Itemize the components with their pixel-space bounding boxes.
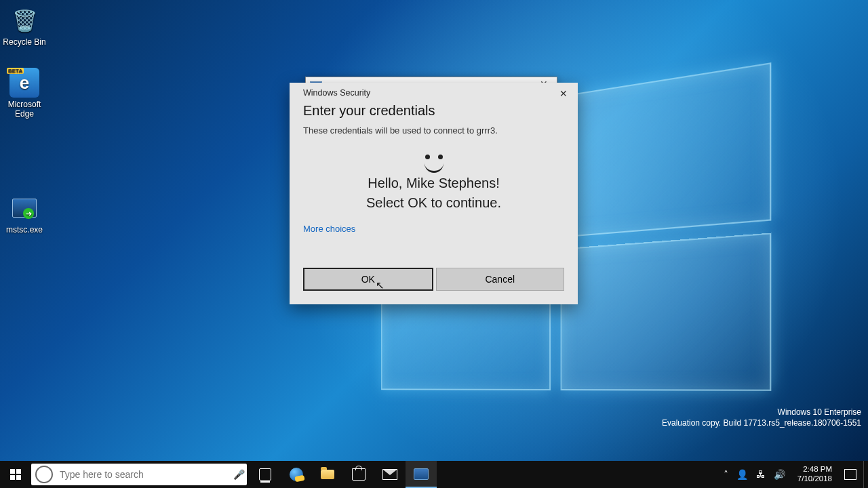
windows-security-dialog: Windows Security ✕ Enter your credential… [290, 83, 578, 304]
mail-icon [382, 469, 397, 480]
show-desktop-button[interactable] [863, 461, 868, 488]
rdp-icon [414, 468, 429, 480]
volume-icon[interactable]: 🔊 [774, 469, 785, 480]
microphone-icon[interactable]: 🎤 [231, 469, 247, 480]
evaluation-watermark: Windows 10 Enterprise Evaluation copy. B… [662, 407, 861, 428]
dialog-title: Windows Security [290, 83, 578, 103]
search-input[interactable] [58, 468, 231, 481]
tray-overflow-button[interactable]: ˄ [724, 469, 728, 480]
taskbar: 🎤 ˄ 👤 🖧 🔊 2:48 PM 7/10/2018 [0, 461, 868, 488]
taskbar-app-mstsc[interactable] [406, 461, 437, 488]
desktop-icon-label: mstsc.exe [0, 225, 50, 235]
people-icon[interactable]: 👤 [736, 469, 748, 480]
windows-logo-icon [10, 469, 21, 480]
windows-hello-face-icon [420, 155, 448, 169]
ok-button[interactable]: OK [303, 268, 433, 291]
beta-badge: BETA [7, 68, 24, 74]
desktop-icon-label: Microsoft Edge [0, 100, 50, 119]
taskbar-search[interactable]: 🎤 [31, 464, 247, 485]
hello-message: Hello, Mike Stephens! Select OK to conti… [290, 174, 578, 213]
taskbar-clock[interactable]: 2:48 PM 7/10/2018 [793, 465, 836, 484]
cancel-button[interactable]: Cancel [436, 268, 565, 291]
cortana-circle-icon [35, 466, 53, 483]
desktop-icon-recycle-bin[interactable]: 🗑️ Recycle Bin [0, 5, 50, 47]
desktop-icon-mstsc[interactable]: ➜ mstsc.exe [0, 193, 50, 235]
taskbar-app-mail[interactable] [374, 461, 406, 488]
store-icon [352, 468, 366, 481]
desktop[interactable]: 🗑️ Recycle Bin BETA e Microsoft Edge ➜ m… [0, 0, 868, 461]
recycle-bin-icon: 🗑️ [9, 5, 39, 35]
task-view-icon [259, 468, 271, 481]
taskbar-app-store[interactable] [343, 461, 374, 488]
taskbar-app-explorer[interactable] [312, 461, 343, 488]
start-button[interactable] [0, 461, 31, 488]
task-view-button[interactable] [250, 461, 281, 488]
system-tray: ˄ 👤 🖧 🔊 2:48 PM 7/10/2018 [724, 465, 837, 484]
globe-icon [290, 468, 303, 481]
mstsc-icon: ➜ [9, 193, 39, 223]
dialog-subtext: These credentials will be used to connec… [290, 119, 578, 136]
action-center-button[interactable] [837, 461, 863, 488]
desktop-icon-label: Recycle Bin [0, 37, 50, 47]
folder-icon [321, 470, 334, 479]
action-center-icon [844, 469, 856, 480]
dialog-close-button[interactable]: ✕ [552, 85, 575, 102]
network-icon[interactable]: 🖧 [756, 469, 766, 480]
taskbar-app-tips[interactable] [281, 461, 312, 488]
more-choices-link[interactable]: More choices [303, 224, 355, 234]
desktop-icon-edge[interactable]: BETA e Microsoft Edge [0, 68, 50, 119]
dialog-heading: Enter your credentials [290, 103, 578, 119]
